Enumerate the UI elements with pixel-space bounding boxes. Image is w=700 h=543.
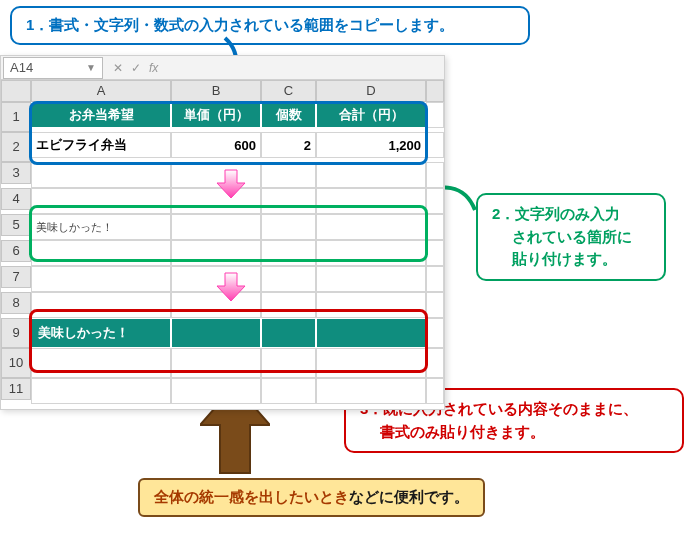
svg-marker-4 (217, 170, 245, 198)
cell-E7[interactable] (426, 266, 444, 292)
cell-C6[interactable] (261, 240, 316, 266)
callout-tip: 全体の統一感を出したいときなどに便利です。 (138, 478, 485, 517)
cell-D2[interactable]: 1,200 (316, 132, 426, 158)
cell-C2[interactable]: 2 (261, 132, 316, 158)
callout-step2-line1: 2．文字列のみ入力 (492, 203, 650, 226)
cell-B2[interactable]: 600 (171, 132, 261, 158)
cell-D9[interactable] (316, 318, 426, 348)
cell-B5[interactable] (171, 214, 261, 240)
cell-E1[interactable] (426, 102, 444, 128)
col-header-B[interactable]: B (171, 80, 261, 102)
col-header-D[interactable]: D (316, 80, 426, 102)
cell-D1[interactable]: 合計（円） (316, 102, 426, 128)
cell-A4[interactable] (31, 188, 171, 214)
fx-buttons: ✕ ✓ fx (105, 61, 158, 75)
cell-E8[interactable] (426, 292, 444, 318)
col-header-A[interactable]: A (31, 80, 171, 102)
callout-step2-line2: されている箇所に (492, 226, 650, 249)
cell-A11[interactable] (31, 378, 171, 404)
cell-E4[interactable] (426, 188, 444, 214)
col-header-C[interactable]: C (261, 80, 316, 102)
cell-A9[interactable]: 美味しかった！ (31, 318, 171, 348)
name-box[interactable]: A14 ▼ (3, 57, 103, 79)
cell-C9[interactable] (261, 318, 316, 348)
dropdown-icon[interactable]: ▼ (86, 62, 96, 73)
grid[interactable]: A B C D 1 お弁当希望 単価（円） 個数 合計（円） 2 エビフライ弁当… (1, 80, 444, 404)
callout-step3-line2: 書式のみ貼り付きます。 (360, 421, 668, 444)
row-header-11[interactable]: 11 (1, 378, 31, 400)
cell-C10[interactable] (261, 348, 316, 378)
row-header-4[interactable]: 4 (1, 188, 31, 210)
cell-B10[interactable] (171, 348, 261, 378)
cell-B6[interactable] (171, 240, 261, 266)
pink-arrow-2 (216, 272, 246, 302)
cell-C11[interactable] (261, 378, 316, 404)
svg-marker-5 (217, 273, 245, 301)
cell-D3[interactable] (316, 162, 426, 188)
callout-step2: 2．文字列のみ入力 されている箇所に 貼り付けます。 (476, 193, 666, 281)
cell-C4[interactable] (261, 188, 316, 214)
fx-icon[interactable]: fx (149, 61, 158, 75)
cell-E6[interactable] (426, 240, 444, 266)
row-header-2[interactable]: 2 (1, 132, 31, 162)
row-header-7[interactable]: 7 (1, 266, 31, 288)
cell-C8[interactable] (261, 292, 316, 318)
cell-A1[interactable]: お弁当希望 (31, 102, 171, 128)
cell-E10[interactable] (426, 348, 444, 378)
cell-D11[interactable] (316, 378, 426, 404)
row-header-3[interactable]: 3 (1, 162, 31, 184)
cell-C5[interactable] (261, 214, 316, 240)
cell-E3[interactable] (426, 162, 444, 188)
cell-E5[interactable] (426, 214, 444, 240)
cell-E9[interactable] (426, 318, 444, 348)
cancel-icon[interactable]: ✕ (113, 61, 123, 75)
cell-A2[interactable]: エビフライ弁当 (31, 132, 171, 158)
row-header-6[interactable]: 6 (1, 240, 31, 262)
cell-B1[interactable]: 単価（円） (171, 102, 261, 128)
cell-E2[interactable] (426, 132, 444, 158)
pink-arrow-1 (216, 169, 246, 199)
cell-D8[interactable] (316, 292, 426, 318)
cell-A7[interactable] (31, 266, 171, 292)
cell-C7[interactable] (261, 266, 316, 292)
cell-A10[interactable] (31, 348, 171, 378)
cell-B11[interactable] (171, 378, 261, 404)
cell-B9[interactable] (171, 318, 261, 348)
cell-E11[interactable] (426, 378, 444, 404)
row-header-1[interactable]: 1 (1, 102, 31, 132)
cell-C1[interactable]: 個数 (261, 102, 316, 128)
name-box-value: A14 (10, 60, 33, 75)
cell-D6[interactable] (316, 240, 426, 266)
tip-rest: などに便利です。 (349, 488, 469, 505)
callout-step2-line3: 貼り付けます。 (492, 248, 650, 271)
spreadsheet-window: A14 ▼ ✕ ✓ fx A B C D 1 お弁当希望 単価（円） 個数 合計… (0, 55, 445, 410)
row-header-5[interactable]: 5 (1, 214, 31, 236)
cell-D10[interactable] (316, 348, 426, 378)
col-header-edge (426, 80, 444, 102)
cell-A8[interactable] (31, 292, 171, 318)
tip-accent: 全体の統一感を出したいとき (154, 488, 349, 505)
cell-D5[interactable] (316, 214, 426, 240)
cell-D7[interactable] (316, 266, 426, 292)
cell-D4[interactable] (316, 188, 426, 214)
commit-icon[interactable]: ✓ (131, 61, 141, 75)
cell-A5[interactable]: 美味しかった！ (31, 214, 171, 240)
cell-C3[interactable] (261, 162, 316, 188)
row-header-8[interactable]: 8 (1, 292, 31, 314)
cell-A6[interactable] (31, 240, 171, 266)
select-all-corner[interactable] (1, 80, 31, 102)
callout-step1: 1．書式・文字列・数式の入力されている範囲をコピーします。 (10, 6, 530, 45)
row-header-10[interactable]: 10 (1, 348, 31, 378)
formula-bar: A14 ▼ ✕ ✓ fx (1, 56, 444, 80)
row-header-9[interactable]: 9 (1, 318, 31, 348)
cell-A3[interactable] (31, 162, 171, 188)
